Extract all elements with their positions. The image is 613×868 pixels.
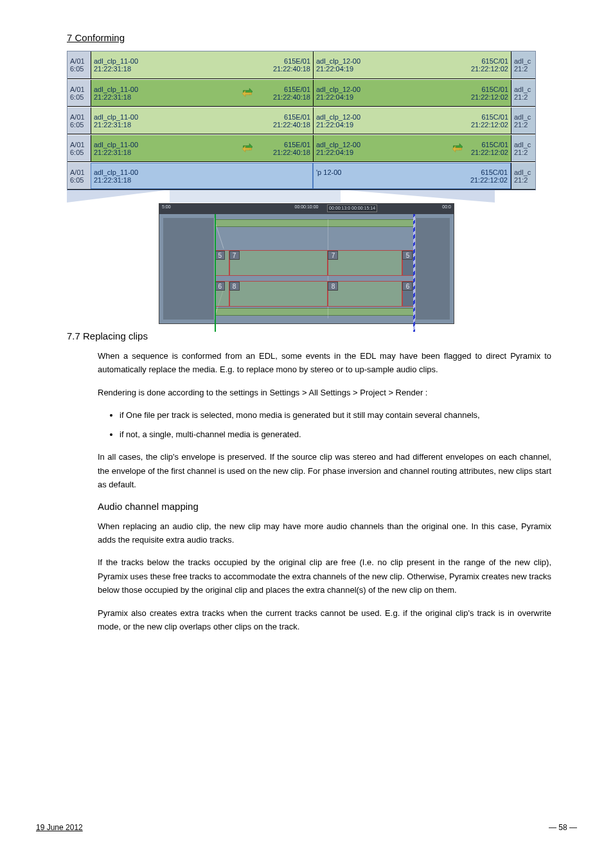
clip-cell[interactable]: adl_clp_11-00615E/0121:22:31:1821:22:40:…	[91, 80, 313, 106]
clip-edge: adl_c21:2	[511, 135, 536, 161]
mini-tick-box: 00:00:13:0 00:00:15:14	[327, 204, 377, 212]
clip-edge: adl_c21:2	[511, 80, 536, 106]
mini-channel-label: 6	[402, 282, 413, 291]
paragraph: If the tracks below the tracks occupied …	[98, 556, 551, 597]
paragraph: When a sequence is conformed from an EDL…	[98, 349, 551, 377]
swap-icon	[451, 143, 464, 154]
track-row: A/016:05adl_clp_11-0021:22:31:18 'p 12-0…	[67, 162, 535, 190]
paragraph: Rendering is done according to the setti…	[98, 386, 551, 399]
tracks-figure: A/016:05adl_clp_11-00615E/0121:22:31:182…	[67, 51, 536, 190]
section-number: 7 Conforming	[67, 32, 577, 43]
mini-tick: 00:00:10:00	[295, 204, 319, 210]
track-row: A/016:05adl_clp_11-00615E/0121:22:31:182…	[67, 134, 535, 162]
section-heading: 7.7 Replacing clips	[67, 330, 577, 341]
clip-edge: adl_c21:2	[511, 107, 536, 134]
swap-icon	[241, 87, 254, 99]
mini-channel-label: 8	[229, 282, 240, 291]
swap-icon	[241, 143, 254, 154]
track-row: A/016:05adl_clp_11-00615E/0121:22:31:182…	[67, 79, 535, 107]
mini-channel-label: 5	[215, 251, 225, 260]
bullet-list: if One file per track is selected, mono …	[120, 408, 551, 441]
footer-page: — 58 —	[549, 823, 577, 832]
mini-channel-label: 7	[229, 251, 240, 260]
clip-cell[interactable]: adl_clp_12-00615C/0121:22:04:1921:22:12:…	[313, 135, 511, 161]
clip-cell[interactable]: adl_clp_11-00615E/0121:22:31:1821:22:40:…	[91, 107, 313, 134]
track-side-label: A/016:05	[67, 80, 91, 106]
clip-cell[interactable]: adl_clp_12-00615C/0121:22:04:1921:22:12:…	[313, 107, 511, 134]
clip-cell[interactable]: adl_clp_11-00615E/0121:22:31:1821:22:40:…	[91, 135, 313, 161]
track-side-label: A/016:05	[67, 107, 91, 134]
clip-cell[interactable]: 'p 12-00615C/0121:22:12:02	[313, 163, 511, 189]
mini-channel-label: 7	[328, 251, 338, 260]
list-item: if One file per track is selected, mono …	[120, 408, 551, 422]
clip-edge: adl_c21:2	[511, 163, 536, 189]
mini-tick: 00:0	[442, 204, 451, 210]
list-item: if not, a single, multi-channel media is…	[120, 428, 551, 441]
track-row: A/016:05adl_clp_11-00615E/0121:22:31:182…	[67, 51, 535, 79]
subsection-heading: Audio channel mapping	[98, 501, 577, 512]
page-footer: 19 June 2012 — 58 —	[36, 823, 577, 832]
paragraph: In all cases, the clip's envelope is pre…	[98, 450, 551, 491]
clip-cell[interactable]: adl_clp_12-00615C/0121:22:04:1921:22:12:…	[313, 51, 511, 78]
cone-shade	[67, 190, 536, 203]
track-side-label: A/016:05	[67, 51, 91, 78]
mini-timeline: 5:00 00:00:10:00 00:00:13:0 00:00:15:14 …	[159, 203, 454, 324]
clip-edge: adl_c21:2	[511, 51, 536, 78]
mini-channel-label: 8	[328, 282, 338, 291]
paragraph: Pyramix also creates extra tracks when t…	[98, 606, 551, 634]
track-side-label: A/016:05	[67, 135, 91, 161]
paragraph: When replacing an audio clip, the new cl…	[98, 520, 551, 547]
clip-cell[interactable]: adl_clp_12-00615C/0121:22:04:1921:22:12:…	[313, 80, 511, 106]
footer-date: 19 June 2012	[36, 823, 83, 832]
mini-tick: 5:00	[162, 204, 171, 210]
mini-channel-label: 5	[402, 251, 413, 260]
clip-cell[interactable]: adl_clp_11-00615E/0121:22:31:1821:22:40:…	[91, 51, 313, 78]
track-row: A/016:05adl_clp_11-00615E/0121:22:31:182…	[67, 107, 535, 134]
track-side-label: A/016:05	[67, 163, 91, 189]
mini-channel-label: 6	[215, 282, 225, 291]
clip-cell[interactable]: adl_clp_11-0021:22:31:18	[91, 163, 313, 189]
